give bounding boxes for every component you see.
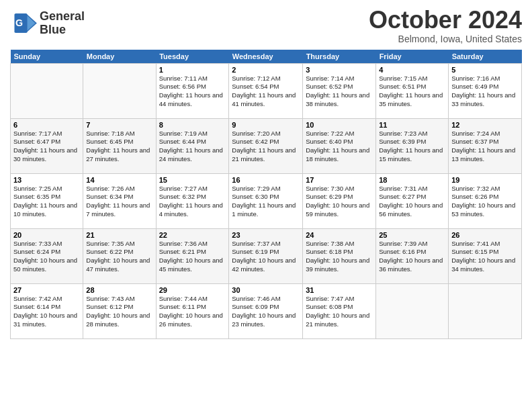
col-thursday: Thursday (303, 50, 376, 64)
day-number: 21 (86, 231, 152, 239)
calendar-table: Sunday Monday Tuesday Wednesday Thursday… (10, 50, 522, 339)
calendar-cell: 8Sunrise: 7:19 AM Sunset: 6:44 PM Daylig… (156, 118, 229, 173)
col-sunday: Sunday (11, 50, 83, 64)
day-info: Sunrise: 7:27 AM Sunset: 6:32 PM Dayligh… (159, 185, 226, 219)
day-number: 8 (159, 121, 226, 129)
day-info: Sunrise: 7:33 AM Sunset: 6:24 PM Dayligh… (13, 240, 80, 274)
day-info: Sunrise: 7:20 AM Sunset: 6:42 PM Dayligh… (232, 130, 300, 164)
day-info: Sunrise: 7:12 AM Sunset: 6:54 PM Dayligh… (232, 75, 300, 109)
day-number: 24 (306, 231, 373, 239)
calendar-cell: 14Sunrise: 7:26 AM Sunset: 6:34 PM Dayli… (83, 173, 156, 228)
day-number: 30 (232, 286, 300, 294)
day-info: Sunrise: 7:23 AM Sunset: 6:39 PM Dayligh… (379, 130, 445, 164)
day-info: Sunrise: 7:46 AM Sunset: 6:09 PM Dayligh… (232, 295, 300, 329)
calendar-cell: 24Sunrise: 7:38 AM Sunset: 6:18 PM Dayli… (303, 228, 376, 283)
col-monday: Monday (83, 50, 156, 64)
calendar-cell (83, 63, 156, 118)
calendar-cell: 20Sunrise: 7:33 AM Sunset: 6:24 PM Dayli… (11, 228, 83, 283)
calendar-cell: 23Sunrise: 7:37 AM Sunset: 6:19 PM Dayli… (229, 228, 303, 283)
calendar-cell: 31Sunrise: 7:47 AM Sunset: 6:08 PM Dayli… (303, 283, 376, 338)
day-number: 15 (159, 176, 226, 184)
calendar-cell: 4Sunrise: 7:15 AM Sunset: 6:51 PM Daylig… (376, 63, 449, 118)
calendar-cell: 26Sunrise: 7:41 AM Sunset: 6:15 PM Dayli… (449, 228, 522, 283)
col-friday: Friday (376, 50, 449, 64)
col-wednesday: Wednesday (229, 50, 303, 64)
day-info: Sunrise: 7:39 AM Sunset: 6:16 PM Dayligh… (379, 240, 445, 274)
day-info: Sunrise: 7:30 AM Sunset: 6:29 PM Dayligh… (306, 185, 373, 219)
day-info: Sunrise: 7:47 AM Sunset: 6:08 PM Dayligh… (306, 295, 373, 329)
day-info: Sunrise: 7:24 AM Sunset: 6:37 PM Dayligh… (451, 130, 519, 164)
day-info: Sunrise: 7:44 AM Sunset: 6:11 PM Dayligh… (159, 295, 226, 329)
calendar-cell: 2Sunrise: 7:12 AM Sunset: 6:54 PM Daylig… (229, 63, 303, 118)
day-info: Sunrise: 7:37 AM Sunset: 6:19 PM Dayligh… (232, 240, 300, 274)
day-info: Sunrise: 7:22 AM Sunset: 6:40 PM Dayligh… (306, 130, 373, 164)
day-number: 18 (379, 176, 445, 184)
day-number: 7 (86, 121, 152, 129)
calendar-cell: 22Sunrise: 7:36 AM Sunset: 6:21 PM Dayli… (156, 228, 229, 283)
day-number: 29 (159, 286, 226, 294)
title-section: October 2024 Belmond, Iowa, United State… (369, 7, 522, 44)
day-number: 13 (13, 176, 80, 184)
month-title: October 2024 (369, 7, 522, 34)
calendar-cell: 13Sunrise: 7:25 AM Sunset: 6:35 PM Dayli… (11, 173, 83, 228)
day-info: Sunrise: 7:25 AM Sunset: 6:35 PM Dayligh… (13, 185, 80, 219)
location-subtitle: Belmond, Iowa, United States (369, 34, 522, 44)
day-info: Sunrise: 7:31 AM Sunset: 6:27 PM Dayligh… (379, 185, 445, 219)
day-info: Sunrise: 7:29 AM Sunset: 6:30 PM Dayligh… (232, 185, 300, 219)
calendar-cell: 17Sunrise: 7:30 AM Sunset: 6:29 PM Dayli… (303, 173, 376, 228)
day-info: Sunrise: 7:15 AM Sunset: 6:51 PM Dayligh… (379, 75, 445, 109)
day-number: 27 (13, 286, 80, 294)
day-info: Sunrise: 7:19 AM Sunset: 6:44 PM Dayligh… (159, 130, 226, 164)
calendar-week-3: 13Sunrise: 7:25 AM Sunset: 6:35 PM Dayli… (11, 173, 522, 228)
day-number: 31 (306, 286, 373, 294)
logo: G General Blue (10, 10, 85, 37)
day-info: Sunrise: 7:14 AM Sunset: 6:52 PM Dayligh… (306, 75, 373, 109)
day-info: Sunrise: 7:43 AM Sunset: 6:12 PM Dayligh… (86, 295, 152, 329)
day-number: 5 (451, 66, 519, 74)
calendar-cell: 25Sunrise: 7:39 AM Sunset: 6:16 PM Dayli… (376, 228, 449, 283)
logo-text: General Blue (40, 10, 85, 37)
day-number: 10 (306, 121, 373, 129)
calendar-cell: 3Sunrise: 7:14 AM Sunset: 6:52 PM Daylig… (303, 63, 376, 118)
calendar-cell: 27Sunrise: 7:42 AM Sunset: 6:14 PM Dayli… (11, 283, 83, 338)
calendar-cell: 18Sunrise: 7:31 AM Sunset: 6:27 PM Dayli… (376, 173, 449, 228)
calendar-cell: 7Sunrise: 7:18 AM Sunset: 6:45 PM Daylig… (83, 118, 156, 173)
svg-text:G: G (15, 18, 23, 29)
col-saturday: Saturday (449, 50, 522, 64)
day-info: Sunrise: 7:35 AM Sunset: 6:22 PM Dayligh… (86, 240, 152, 274)
calendar-cell: 5Sunrise: 7:16 AM Sunset: 6:49 PM Daylig… (449, 63, 522, 118)
calendar-cell: 6Sunrise: 7:17 AM Sunset: 6:47 PM Daylig… (11, 118, 83, 173)
day-number: 14 (86, 176, 152, 184)
day-number: 11 (379, 121, 445, 129)
day-number: 17 (306, 176, 373, 184)
day-info: Sunrise: 7:17 AM Sunset: 6:47 PM Dayligh… (13, 130, 80, 164)
calendar-cell (449, 283, 522, 338)
logo-icon: G (10, 11, 37, 35)
header-row: Sunday Monday Tuesday Wednesday Thursday… (11, 50, 522, 64)
col-tuesday: Tuesday (156, 50, 229, 64)
calendar-week-1: 1Sunrise: 7:11 AM Sunset: 6:56 PM Daylig… (11, 63, 522, 118)
calendar-cell (11, 63, 83, 118)
day-number: 20 (13, 231, 80, 239)
day-info: Sunrise: 7:36 AM Sunset: 6:21 PM Dayligh… (159, 240, 226, 274)
page-container: G General Blue October 2024 Belmond, Iow… (0, 0, 532, 346)
calendar-week-4: 20Sunrise: 7:33 AM Sunset: 6:24 PM Dayli… (11, 228, 522, 283)
calendar-cell: 12Sunrise: 7:24 AM Sunset: 6:37 PM Dayli… (449, 118, 522, 173)
calendar-cell: 21Sunrise: 7:35 AM Sunset: 6:22 PM Dayli… (83, 228, 156, 283)
day-number: 22 (159, 231, 226, 239)
day-info: Sunrise: 7:26 AM Sunset: 6:34 PM Dayligh… (86, 185, 152, 219)
calendar-cell: 15Sunrise: 7:27 AM Sunset: 6:32 PM Dayli… (156, 173, 229, 228)
day-number: 6 (13, 121, 80, 129)
day-number: 12 (451, 121, 519, 129)
calendar-cell: 9Sunrise: 7:20 AM Sunset: 6:42 PM Daylig… (229, 118, 303, 173)
day-info: Sunrise: 7:42 AM Sunset: 6:14 PM Dayligh… (13, 295, 80, 329)
calendar-cell (376, 283, 449, 338)
day-number: 16 (232, 176, 300, 184)
day-number: 28 (86, 286, 152, 294)
calendar-cell: 19Sunrise: 7:32 AM Sunset: 6:26 PM Dayli… (449, 173, 522, 228)
calendar-cell: 16Sunrise: 7:29 AM Sunset: 6:30 PM Dayli… (229, 173, 303, 228)
day-number: 3 (306, 66, 373, 74)
day-number: 2 (232, 66, 300, 74)
day-number: 23 (232, 231, 300, 239)
calendar-cell: 30Sunrise: 7:46 AM Sunset: 6:09 PM Dayli… (229, 283, 303, 338)
